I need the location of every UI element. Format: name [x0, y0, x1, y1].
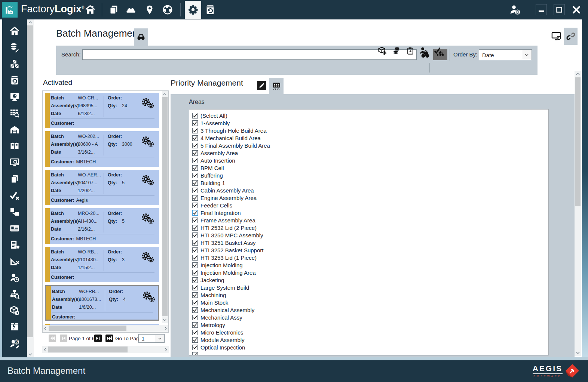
- area-list-item[interactable]: Final Integration: [192, 209, 545, 216]
- goto-page-dropdown[interactable]: 1: [138, 334, 165, 343]
- area-list-item[interactable]: Assembly Area: [192, 149, 545, 157]
- sidebar-warehouse-icon[interactable]: [9, 124, 20, 135]
- recent-restore-icon[interactable]: [204, 4, 216, 16]
- search-input[interactable]: [82, 49, 417, 60]
- scroll-down-icon[interactable]: [162, 317, 168, 323]
- area-checkbox[interactable]: [192, 203, 198, 208]
- sidebar-assembly-blocks-icon[interactable]: [9, 58, 20, 70]
- sidebar-hierarchy-search-icon[interactable]: [9, 289, 20, 300]
- desktop-view-icon[interactable]: [550, 31, 563, 42]
- sidebar-documents-icon[interactable]: [9, 173, 20, 185]
- sidebar-box-dispatch-icon[interactable]: [9, 305, 20, 316]
- activated-vertical-scrollbar[interactable]: [162, 91, 168, 323]
- area-checkbox[interactable]: [192, 232, 198, 238]
- area-list-item[interactable]: Micro Electronics: [192, 329, 545, 336]
- scrollbar-thumb[interactable]: [27, 25, 33, 337]
- area-checkbox[interactable]: [192, 173, 198, 178]
- area-checkbox[interactable]: [192, 292, 198, 298]
- area-list-item[interactable]: HTI 2532 Lid (2 Piece): [192, 224, 545, 231]
- activated-bottom-scrollbar[interactable]: [42, 346, 169, 353]
- area-checkbox[interactable]: [192, 337, 198, 343]
- maximize-button[interactable]: [554, 4, 565, 15]
- area-list-item[interactable]: 1-Assembly: [192, 119, 545, 127]
- batch-actions-gears-icon[interactable]: [141, 251, 155, 263]
- area-checkbox[interactable]: [192, 210, 198, 216]
- database-stack-icon[interactable]: [391, 46, 402, 56]
- previous-page-button[interactable]: [60, 335, 67, 342]
- area-checkbox[interactable]: [192, 165, 198, 171]
- clipboard-dispatch-icon[interactable]: [405, 46, 416, 56]
- area-checkbox[interactable]: [192, 120, 198, 126]
- area-list-item[interactable]: HTI 3252 Basket Support: [192, 246, 545, 254]
- area-list-item[interactable]: Engine Assembly Area: [192, 194, 545, 201]
- cube-gear-icon[interactable]: [377, 46, 388, 56]
- batch-card[interactable]: BatchWO-202... Assembly(s)80600 - A Date…: [45, 131, 159, 167]
- hardhat-icon[interactable]: [125, 4, 137, 16]
- area-checkbox[interactable]: [192, 195, 198, 201]
- area-list-item[interactable]: Metrology: [192, 321, 545, 329]
- area-checkbox[interactable]: [192, 300, 198, 305]
- sidebar-transfer-boxes-icon[interactable]: [9, 206, 20, 218]
- link-view-icon[interactable]: [564, 28, 578, 45]
- sidebar-task-cancel-icon[interactable]: [9, 239, 20, 250]
- activated-horizontal-scrollbar[interactable]: [43, 325, 168, 332]
- area-checkbox[interactable]: [192, 180, 198, 186]
- sidebar-dashboard-pie-icon[interactable]: [9, 91, 20, 102]
- area-list-item[interactable]: Mechanical Assembly: [192, 306, 545, 314]
- scroll-left-icon[interactable]: [43, 325, 48, 331]
- area-checkbox[interactable]: [192, 113, 198, 118]
- area-checkbox[interactable]: [192, 135, 198, 141]
- area-checkbox[interactable]: [192, 330, 198, 335]
- area-list-item[interactable]: Optical Inspection: [192, 344, 545, 351]
- search-view-tab[interactable]: [134, 28, 148, 46]
- order-by-dropdown[interactable]: Date: [479, 49, 532, 60]
- sidebar-damaged-item-icon[interactable]: [9, 321, 20, 333]
- batch-card[interactable]: BatchWO-CR... Assembly(s)168395... Date6…: [45, 93, 159, 128]
- check-gear-icon[interactable]: [433, 46, 444, 56]
- user-logout-icon[interactable]: [509, 4, 521, 16]
- area-list-item[interactable]: (Select All): [192, 112, 545, 119]
- area-list-item[interactable]: Main Stock: [192, 299, 545, 306]
- area-checkbox[interactable]: [192, 158, 198, 163]
- sidebar-table-search-icon[interactable]: [9, 108, 20, 119]
- scroll-right-icon[interactable]: [163, 325, 168, 331]
- scrollbar-thumb[interactable]: [48, 346, 128, 352]
- close-button[interactable]: [571, 4, 582, 15]
- batch-actions-gears-icon[interactable]: [141, 97, 155, 109]
- area-list-item[interactable]: HTI 3250 MPC Assembly: [192, 231, 545, 239]
- scroll-down-icon[interactable]: [575, 350, 581, 356]
- documents-icon[interactable]: [108, 4, 120, 16]
- first-page-button[interactable]: [49, 335, 56, 342]
- area-list-item[interactable]: Feeder Cells: [192, 201, 545, 209]
- area-list-item[interactable]: Injection Molding: [192, 261, 545, 269]
- area-list-item[interactable]: Module Assembly: [192, 336, 545, 344]
- area-list-item[interactable]: Large System Build: [192, 284, 545, 291]
- area-checkbox[interactable]: [192, 270, 198, 275]
- area-list-item[interactable]: 5 Final Assembly Build Area: [192, 142, 545, 149]
- scrollbar-thumb[interactable]: [575, 77, 581, 206]
- area-list-item[interactable]: 3 Through-Hole Build Area: [192, 127, 545, 134]
- sidebar-backup-restore-icon[interactable]: [9, 75, 20, 86]
- sidebar-monitor-search-icon[interactable]: [9, 157, 20, 168]
- area-checkbox[interactable]: [192, 322, 198, 328]
- scroll-up-icon[interactable]: [162, 91, 168, 97]
- area-grid-view-icon[interactable]: [269, 78, 284, 94]
- scroll-right-icon[interactable]: [163, 346, 169, 352]
- batch-card[interactable]: BatchMRO-20... Assembly(s)AH-430... Date…: [45, 208, 159, 244]
- area-checkbox[interactable]: [192, 240, 198, 246]
- batch-card[interactable]: BatchWO-AER... Assembly(s)904107... Date…: [45, 170, 159, 205]
- area-list-item[interactable]: Buffering: [192, 172, 545, 179]
- scroll-left-icon[interactable]: [42, 346, 48, 352]
- area-list-item[interactable]: Machining: [192, 291, 545, 299]
- sidebar-scrollbar[interactable]: [27, 19, 34, 357]
- area-checkbox[interactable]: [192, 188, 198, 193]
- area-list-item[interactable]: 4 Mechanical Build Area: [192, 134, 545, 142]
- area-list-item[interactable]: Cabin Assembly Area: [192, 187, 545, 194]
- globe-icon[interactable]: [162, 4, 174, 16]
- home-icon[interactable]: [84, 4, 96, 16]
- last-page-button[interactable]: [105, 335, 113, 342]
- area-list-item[interactable]: HTI 3253 Lid (1 Piece): [192, 254, 545, 261]
- scrollbar-thumb[interactable]: [49, 326, 126, 331]
- sidebar-database-edit-icon[interactable]: [9, 42, 20, 53]
- area-checkbox[interactable]: [192, 143, 198, 148]
